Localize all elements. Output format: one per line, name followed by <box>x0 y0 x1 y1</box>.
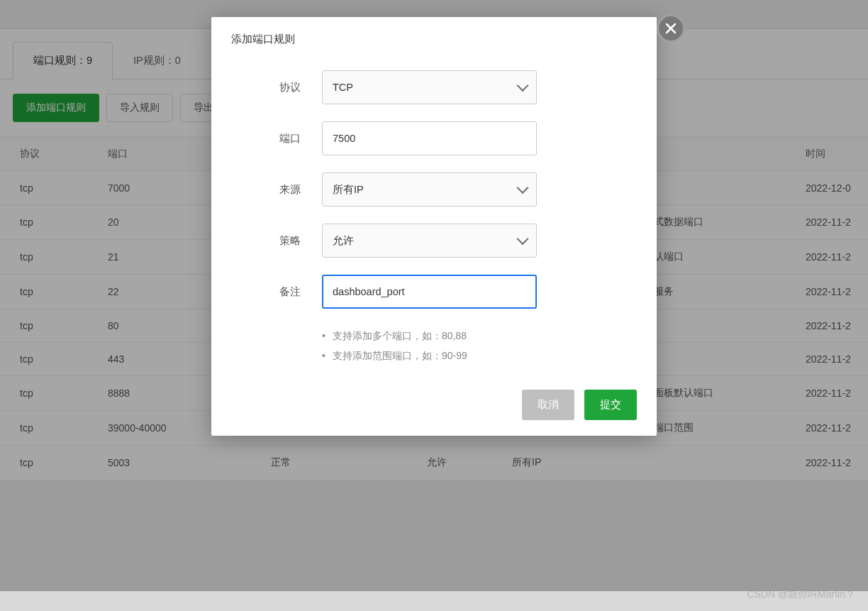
hints: 支持添加多个端口，如：80,88 支持添加范围端口，如：90-99 <box>231 326 637 365</box>
hint-item: 支持添加多个端口，如：80,88 <box>322 326 637 346</box>
hint-item: 支持添加范围端口，如：90-99 <box>322 346 637 365</box>
add-port-rule-dialog: 添加端口规则 协议 TCP 端口 来源 所有I <box>211 17 657 436</box>
label-policy: 策略 <box>231 234 322 248</box>
label-note: 备注 <box>231 285 322 299</box>
close-icon[interactable] <box>657 14 685 43</box>
cancel-button[interactable]: 取消 <box>522 390 574 420</box>
label-protocol: 协议 <box>231 81 322 94</box>
protocol-select[interactable]: TCP <box>322 70 537 104</box>
port-input[interactable] <box>322 121 537 155</box>
footer-bar <box>0 591 868 611</box>
label-port: 端口 <box>231 132 322 145</box>
submit-button[interactable]: 提交 <box>584 390 637 420</box>
label-source: 来源 <box>231 183 322 197</box>
note-input[interactable] <box>322 275 537 309</box>
source-select[interactable]: 所有IP <box>322 172 537 207</box>
policy-select[interactable]: 允许 <box>322 224 537 258</box>
modal-overlay[interactable]: 添加端口规则 协议 TCP 端口 来源 所有I <box>0 0 868 611</box>
dialog-title: 添加端口规则 <box>211 17 657 62</box>
